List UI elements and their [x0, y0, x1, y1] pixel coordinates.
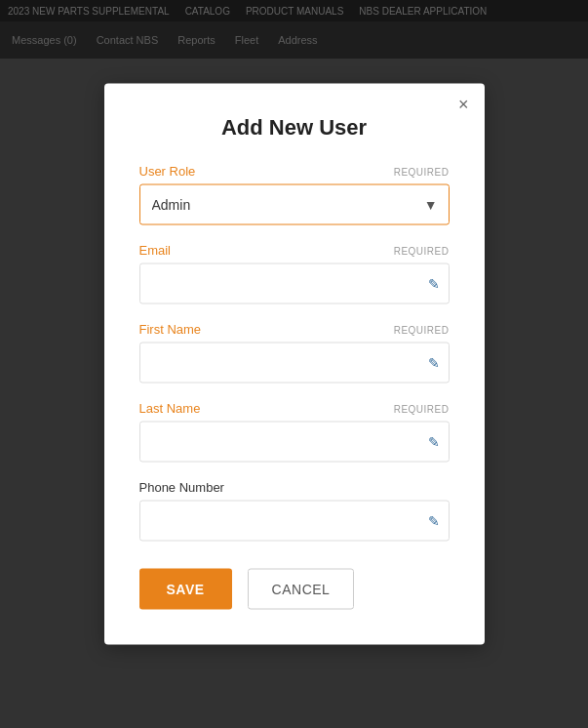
- save-button[interactable]: SAVE: [139, 569, 232, 610]
- email-label: Email: [139, 243, 172, 258]
- user-role-group: User Role REQUIRED Admin User Viewer ▼: [139, 164, 450, 225]
- cancel-button[interactable]: CANCEL: [248, 569, 355, 610]
- user-role-select-wrapper: Admin User Viewer ▼: [139, 184, 450, 225]
- first-name-label: First Name: [139, 322, 202, 337]
- phone-input-wrapper: ✎: [139, 501, 450, 542]
- email-required: REQUIRED: [394, 246, 450, 257]
- email-group: Email REQUIRED ✎: [139, 243, 450, 304]
- edit-icon-phone: ✎: [428, 513, 440, 529]
- phone-number-group: Phone Number ✎: [139, 480, 450, 542]
- last-name-input-wrapper: ✎: [139, 422, 450, 463]
- last-name-field[interactable]: [139, 422, 450, 463]
- email-input-wrapper: ✎: [139, 263, 450, 304]
- modal-title: Add New User: [139, 115, 450, 141]
- button-row: SAVE CANCEL: [139, 569, 450, 610]
- first-name-field[interactable]: [139, 343, 450, 384]
- email-field[interactable]: [139, 263, 450, 304]
- phone-number-field[interactable]: [139, 501, 450, 542]
- edit-icon: ✎: [428, 276, 440, 292]
- user-role-select[interactable]: Admin User Viewer: [139, 184, 450, 225]
- last-name-label: Last Name: [139, 401, 201, 416]
- add-user-modal: × Add New User User Role REQUIRED Admin …: [104, 84, 485, 645]
- last-name-required: REQUIRED: [394, 404, 450, 415]
- user-role-required: REQUIRED: [394, 167, 450, 178]
- user-role-label: User Role: [139, 164, 196, 179]
- phone-number-label: Phone Number: [139, 480, 224, 495]
- edit-icon-first: ✎: [428, 355, 440, 371]
- first-name-required: REQUIRED: [394, 325, 450, 336]
- edit-icon-last: ✎: [428, 434, 440, 450]
- first-name-group: First Name REQUIRED ✎: [139, 322, 450, 384]
- last-name-group: Last Name REQUIRED ✎: [139, 401, 450, 463]
- modal-close-button[interactable]: ×: [458, 96, 469, 113]
- first-name-input-wrapper: ✎: [139, 343, 450, 384]
